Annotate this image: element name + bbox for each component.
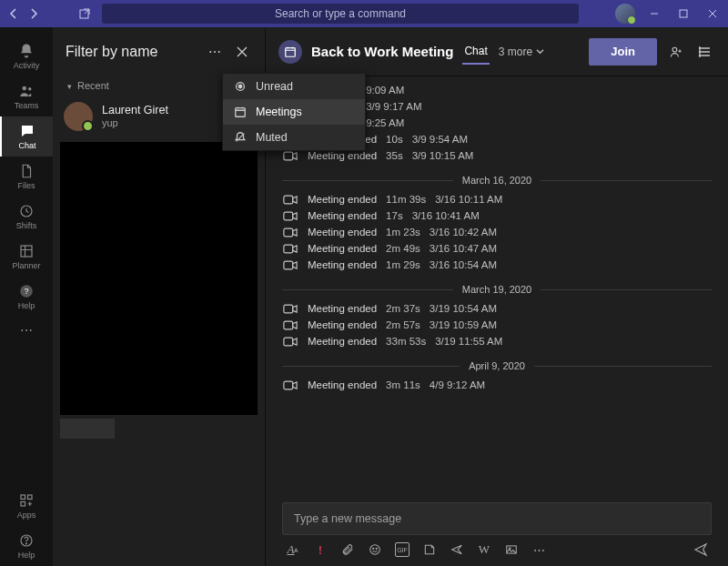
nav-back-button[interactable] [5, 5, 22, 22]
meeting-timestamp: 3/16 10:54 AM [430, 259, 497, 270]
emoji-icon[interactable] [368, 542, 382, 557]
svg-rect-27 [284, 212, 293, 220]
tab-more-label: 3 more [499, 45, 532, 58]
rail-shifts[interactable]: Shifts [0, 197, 53, 237]
video-icon [282, 210, 298, 221]
format-icon[interactable]: Aᴀ [286, 542, 300, 557]
rail-label: Help [18, 551, 35, 560]
svg-rect-9 [28, 495, 33, 500]
search-placeholder: Search or type a command [275, 7, 406, 20]
meeting-ended-label: Meeting ended [308, 303, 377, 314]
redacted-area [60, 142, 258, 415]
more-tools-icon[interactable]: ⋯ [531, 542, 546, 557]
contact-preview: yup [102, 117, 168, 129]
meeting-timestamp: 3/9 9:17 AM [366, 101, 421, 112]
filter-menu-unread[interactable]: Unread [223, 74, 365, 99]
send-button[interactable] [693, 542, 708, 557]
filter-menu-label: Meetings [256, 106, 302, 118]
date-divider-label: April 9, 2020 [469, 360, 525, 371]
redacted-bar [60, 419, 115, 439]
meeting-duration: 35s [386, 150, 403, 161]
meeting-timestamp: 3/9 9:54 AM [412, 134, 468, 145]
meeting-timestamp: 3/16 10:11 AM [435, 194, 502, 205]
compose-area: Type a new message Aᴀ ! GIF W [266, 493, 728, 566]
filter-title: Filter by name [66, 44, 197, 60]
conversation-header: Back to Work Meeting Chat 3 more Join [266, 27, 728, 76]
rail-files[interactable]: Files [0, 157, 53, 197]
filter-menu-label: Unread [256, 80, 293, 93]
video-icon [282, 227, 298, 238]
contact-name: Laurent Giret [102, 104, 168, 117]
meeting-duration: 33m 53s [386, 336, 426, 347]
date-divider-label: March 16, 2020 [462, 175, 531, 186]
window-minimize-button[interactable] [644, 4, 664, 24]
meeting-timestamp: 3/16 10:42 AM [430, 227, 497, 238]
tab-chat[interactable]: Chat [462, 39, 489, 65]
meeting-timestamp: 4/9 9:12 AM [430, 379, 485, 390]
meeting-icon [278, 40, 302, 64]
attach-icon[interactable] [340, 542, 355, 557]
rail-activity[interactable]: Activity [0, 36, 53, 76]
rail-planner[interactable]: Planner [0, 237, 53, 277]
rail-label: Planner [12, 261, 40, 270]
window-maximize-button[interactable] [673, 4, 693, 24]
date-divider-label: March 19, 2020 [462, 284, 531, 295]
add-participant-button[interactable] [666, 42, 686, 62]
svg-point-12 [26, 543, 27, 544]
rail-label: Activity [14, 61, 40, 70]
current-user-avatar[interactable] [615, 4, 635, 24]
rail-apps[interactable]: Apps [0, 486, 53, 526]
svg-rect-1 [680, 10, 687, 17]
meeting-ended-label: Meeting ended [308, 210, 377, 221]
nav-forward-button[interactable] [25, 5, 42, 22]
filter-menu-meetings[interactable]: Meetings [223, 99, 365, 125]
compose-placeholder: Type a new message [294, 512, 401, 525]
video-icon [282, 150, 298, 161]
rail-more-button[interactable]: ⋯ [20, 317, 33, 344]
rail-help-bottom[interactable]: Help [0, 526, 53, 566]
filter-close-button[interactable] [232, 42, 252, 62]
meeting-timestamp: 3/19 11:55 AM [435, 336, 502, 347]
priority-icon[interactable]: ! [313, 542, 328, 557]
rail-chat[interactable]: Chat [0, 116, 53, 157]
svg-point-19 [699, 51, 701, 53]
filter-more-button[interactable]: ⋯ [205, 42, 225, 62]
search-bar[interactable]: Search or type a command [102, 4, 579, 24]
meet-now-icon[interactable] [450, 542, 464, 557]
sticker-icon[interactable] [422, 542, 437, 557]
video-icon [282, 379, 298, 390]
list-view-button[interactable] [695, 42, 715, 62]
compose-toolbar: Aᴀ ! GIF W ⋯ [282, 535, 712, 557]
svg-point-3 [28, 87, 31, 90]
svg-rect-15 [236, 108, 246, 117]
svg-point-2 [23, 86, 27, 91]
gif-icon[interactable]: GIF [395, 542, 410, 557]
meeting-ended-row: Meeting ended2m 57s3/19 10:59 AM [266, 317, 728, 333]
rail-label: Files [17, 181, 35, 190]
compose-input[interactable]: Type a new message [282, 502, 712, 535]
window-close-button[interactable] [703, 4, 723, 24]
video-icon [282, 194, 298, 205]
meeting-ended-label: Meeting ended [308, 259, 377, 270]
meeting-duration: 17s [386, 210, 403, 221]
meeting-ended-label: Meeting ended [308, 243, 377, 254]
meeting-duration: 2m 49s [386, 243, 420, 254]
contact-avatar [64, 102, 93, 131]
join-button[interactable]: Join [589, 38, 657, 66]
image-icon[interactable] [504, 542, 519, 557]
svg-point-36 [373, 548, 374, 549]
rail-help[interactable]: ? Help [0, 277, 53, 317]
svg-rect-16 [286, 47, 296, 56]
rail-teams[interactable]: Teams [0, 76, 53, 116]
filter-menu-muted[interactable]: Muted [223, 125, 365, 150]
wiki-icon[interactable]: W [477, 542, 491, 557]
video-icon [282, 319, 298, 330]
tab-more[interactable]: 3 more [499, 45, 544, 58]
new-window-icon[interactable] [76, 5, 93, 22]
meeting-duration: 3m 11s [386, 379, 420, 390]
meeting-duration: 2m 57s [386, 319, 420, 330]
filter-menu: Unread Meetings Muted [222, 73, 366, 151]
svg-rect-34 [284, 381, 293, 389]
meeting-ended-row: Meeting ended33m 53s3/19 11:55 AM [266, 333, 728, 349]
meeting-ended-row: Meeting ended3m 11s4/9 9:12 AM [266, 377, 728, 393]
